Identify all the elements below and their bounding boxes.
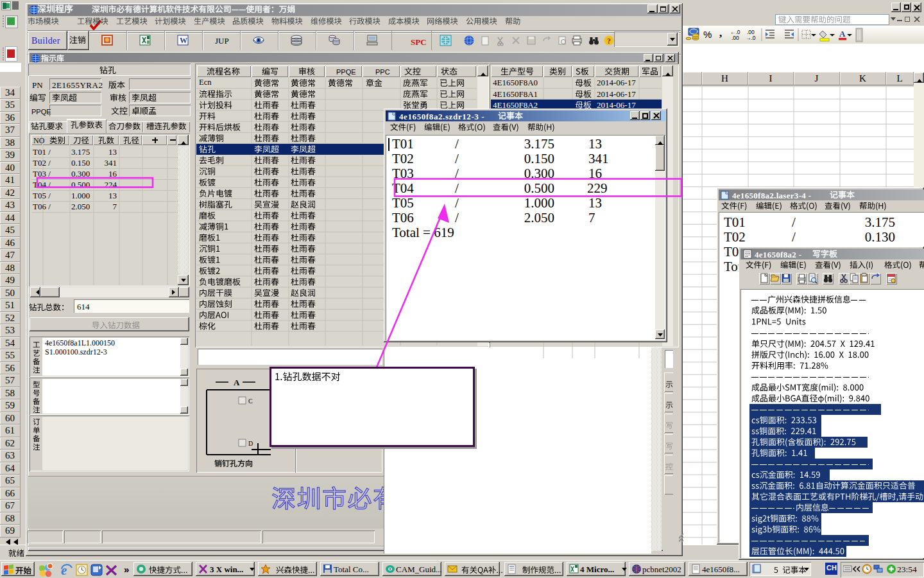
svg-text:JUP: JUP bbox=[215, 36, 229, 46]
svg-text:?: ? bbox=[607, 37, 611, 46]
svg-text:W: W bbox=[180, 36, 187, 45]
